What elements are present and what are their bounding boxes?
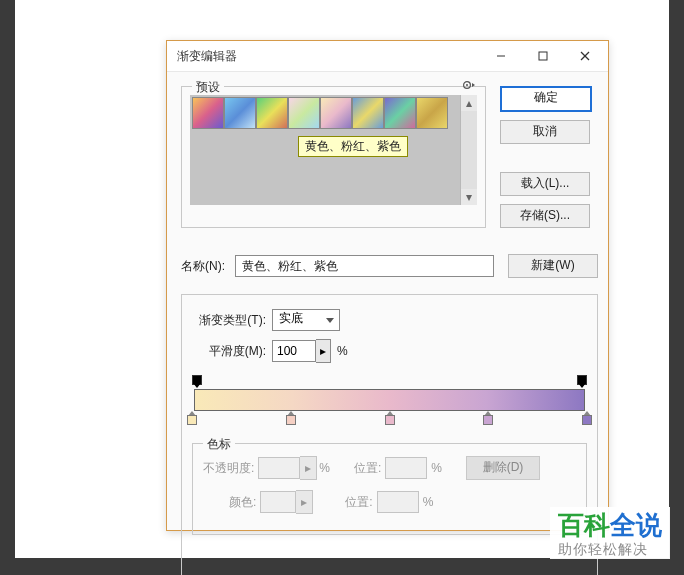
preset-swatch[interactable]	[384, 97, 416, 129]
preset-swatch[interactable]	[288, 97, 320, 129]
presets-scrollbar[interactable]: ▴ ▾	[460, 95, 477, 205]
scroll-track[interactable]	[461, 111, 477, 189]
preset-swatch[interactable]	[256, 97, 288, 129]
cancel-button[interactable]: 取消	[500, 120, 590, 144]
watermark: 百科全说 助你轻松解决	[550, 507, 670, 559]
color-stop[interactable]	[483, 411, 493, 425]
opacity-stop-end[interactable]	[577, 375, 587, 387]
opacity-input	[258, 457, 300, 479]
preset-swatch[interactable]	[192, 97, 224, 129]
watermark-text-1: 百科	[558, 510, 610, 540]
svg-rect-1	[539, 52, 547, 60]
smoothness-label: 平滑度(M):	[192, 343, 266, 360]
presets-menu-button[interactable]	[459, 77, 479, 93]
position-label-1: 位置:	[354, 460, 381, 477]
svg-point-5	[466, 84, 468, 86]
name-input[interactable]	[235, 255, 494, 277]
preset-swatch[interactable]	[224, 97, 256, 129]
opacity-stop-start[interactable]	[192, 375, 202, 387]
stops-label: 色标	[203, 436, 235, 453]
gradient-group: 渐变类型(T): 实底 平滑度(M): ▸ %	[181, 294, 598, 575]
load-button[interactable]: 载入(L)...	[500, 172, 590, 196]
color-stop[interactable]	[582, 411, 592, 425]
percent-label-2: %	[319, 461, 330, 475]
position-label-2: 位置:	[345, 494, 372, 511]
scroll-down-icon[interactable]: ▾	[461, 189, 477, 205]
dialog-title: 渐变编辑器	[177, 48, 480, 65]
watermark-subtitle: 助你轻松解决	[558, 542, 662, 557]
smoothness-stepper[interactable]: ▸	[316, 339, 331, 363]
presets-label: 预设	[192, 79, 224, 96]
name-label: 名称(N):	[181, 258, 235, 275]
color-stop[interactable]	[187, 411, 197, 425]
watermark-text-2: 全说	[610, 510, 662, 540]
scroll-up-icon[interactable]: ▴	[461, 95, 477, 111]
color-picker-button: ▸	[296, 490, 313, 514]
save-button[interactable]: 存储(S)...	[500, 204, 590, 228]
smoothness-input[interactable]	[272, 340, 316, 362]
preset-swatch[interactable]	[416, 97, 448, 129]
maximize-button[interactable]	[522, 42, 564, 70]
color-stop[interactable]	[286, 411, 296, 425]
color-stop[interactable]	[385, 411, 395, 425]
preset-swatch[interactable]	[320, 97, 352, 129]
opacity-field-label: 不透明度:	[203, 460, 254, 477]
type-value: 实底	[279, 311, 303, 325]
color-position-input	[377, 491, 419, 513]
percent-label-3: %	[431, 461, 442, 475]
opacity-stepper: ▸	[300, 456, 317, 480]
gradient-ramp[interactable]	[194, 389, 585, 411]
opacity-position-input	[385, 457, 427, 479]
presets-group: 预设 黄色、粉红、紫色 ▴	[181, 86, 486, 228]
stops-group: 色标 不透明度: ▸ % 位置: % 删除(D) 颜色:	[192, 443, 587, 535]
type-label: 渐变类型(T):	[192, 312, 266, 329]
close-button[interactable]	[564, 42, 606, 70]
preset-swatch[interactable]	[352, 97, 384, 129]
gradient-ramp-area[interactable]	[192, 375, 587, 431]
titlebar[interactable]: 渐变编辑器	[167, 41, 608, 72]
percent-label-1: %	[337, 344, 348, 358]
color-well	[260, 491, 296, 513]
preset-tooltip: 黄色、粉红、紫色	[298, 136, 408, 157]
gradient-editor-dialog: 渐变编辑器 预设	[166, 40, 609, 531]
presets-list[interactable]: 黄色、粉红、紫色 ▴ ▾	[190, 95, 477, 205]
type-select[interactable]: 实底	[272, 309, 340, 331]
ok-button[interactable]: 确定	[500, 86, 592, 112]
minimize-button[interactable]	[480, 42, 522, 70]
percent-label-4: %	[423, 495, 434, 509]
color-field-label: 颜色:	[229, 494, 256, 511]
delete-button: 删除(D)	[466, 456, 540, 480]
new-button[interactable]: 新建(W)	[508, 254, 598, 278]
